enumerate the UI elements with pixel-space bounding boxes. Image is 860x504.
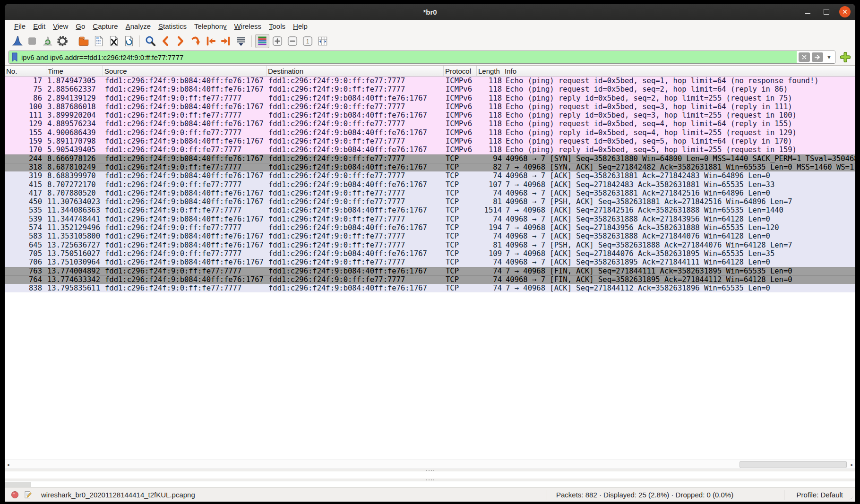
capture-options-button[interactable]	[55, 34, 69, 48]
column-header-src[interactable]: Source	[103, 66, 267, 76]
go-to-packet-button[interactable]	[189, 34, 203, 48]
packet-list-header: No.TimeSourceDestinationProtocolLengthIn…	[5, 66, 855, 77]
close-button[interactable]: ✕	[839, 6, 851, 17]
packet-row-535[interactable]: 53511.344086363fdd1:c296:f24f:9:0:ff:fe7…	[5, 206, 855, 214]
open-file-button[interactable]	[77, 34, 91, 48]
menu-edit[interactable]: Edit	[29, 22, 49, 30]
capture-comment-icon[interactable]	[24, 490, 32, 499]
cell-len: 74	[477, 215, 503, 223]
cell-time: 13.795835611	[46, 284, 103, 292]
packet-row-415[interactable]: 4158.707272170fdd1:c296:f24f:9:0:ff:fe77…	[5, 180, 855, 189]
cell-time: 4.900686439	[46, 128, 103, 137]
reload-file-button[interactable]	[122, 34, 136, 48]
colorize-button[interactable]	[255, 34, 269, 48]
resize-grip[interactable]: ⋰	[849, 496, 854, 501]
packet-row-706[interactable]: 70613.751030964fdd1:c296:f24f:9:b084:40f…	[5, 258, 855, 266]
restart-capture-button[interactable]	[40, 34, 54, 48]
menu-go[interactable]: Go	[72, 22, 89, 30]
save-file-button[interactable]	[92, 34, 106, 48]
packet-row-763[interactable]: 76313.774004892fdd1:c296:f24f:9:0:ff:fe7…	[5, 267, 855, 275]
cell-time: 8.688399970	[46, 171, 103, 180]
packet-row-75[interactable]: 752.885662337fdd1:c296:f24f:9:b084:40ff:…	[5, 85, 855, 94]
scroll-left-arrow[interactable]: ◂	[5, 460, 11, 469]
packet-row-111[interactable]: 1113.899920204fdd1:c296:f24f:9:0:ff:fe77…	[5, 111, 855, 120]
cell-proto: TCP	[444, 180, 477, 189]
column-header-len[interactable]: Length	[477, 66, 503, 76]
packet-row-86[interactable]: 862.894139129fdd1:c296:f24f:9:0:ff:fe77:…	[5, 94, 855, 103]
cell-no: 706	[5, 258, 46, 266]
scrollbar-thumb[interactable]	[740, 461, 847, 468]
cell-info: 40968 → 7 [FIN, ACK] Seq=3582631895 Ack=…	[503, 275, 855, 284]
display-filter-field[interactable]: ▼	[9, 51, 835, 64]
stop-capture-button[interactable]	[25, 34, 39, 48]
column-header-info[interactable]: Info	[503, 66, 855, 76]
auto-scroll-button[interactable]	[234, 34, 248, 48]
add-filter-button[interactable]	[839, 51, 851, 63]
packet-row-574[interactable]: 57411.352129496fdd1:c296:f24f:9:0:ff:fe7…	[5, 223, 855, 232]
cell-dst: fdd1:c296:f24f:9:0:ff:fe77:7777	[267, 85, 444, 94]
menu-wireless[interactable]: Wireless	[231, 22, 266, 30]
cell-no: 764	[5, 275, 46, 284]
menu-statistics[interactable]: Statistics	[155, 22, 190, 30]
packet-row-318[interactable]: 3188.687810249fdd1:c296:f24f:9:0:ff:fe77…	[5, 163, 855, 171]
menu-analyze[interactable]: Analyze	[122, 22, 155, 30]
expert-info-icon[interactable]	[10, 490, 19, 499]
cell-len: 107	[477, 180, 503, 189]
menu-help[interactable]: Help	[289, 22, 311, 30]
packet-row-705[interactable]: 70513.750516027fdd1:c296:f24f:9:0:ff:fe7…	[5, 249, 855, 258]
packet-row-159[interactable]: 1595.891170798fdd1:c296:f24f:9:b084:40ff…	[5, 137, 855, 145]
packet-row-17[interactable]: 171.874947305fdd1:c296:f24f:9:b084:40ff:…	[5, 77, 855, 85]
menu-tools[interactable]: Tools	[265, 22, 289, 30]
column-header-proto[interactable]: Protocol	[444, 66, 477, 76]
find-packet-button[interactable]	[143, 34, 157, 48]
normal-size-button[interactable]: 1	[301, 34, 315, 48]
filter-dropdown-caret[interactable]: ▼	[825, 54, 833, 60]
profile-label[interactable]: Profile: Default	[797, 491, 843, 499]
packet-row-838[interactable]: 83813.795835611fdd1:c296:f24f:9:0:ff:fe7…	[5, 284, 855, 292]
column-header-no[interactable]: No.	[5, 66, 46, 76]
zoom-in-button[interactable]	[270, 34, 284, 48]
packet-row-764[interactable]: 76413.774633342fdd1:c296:f24f:9:b084:40f…	[5, 275, 855, 284]
display-filter-input[interactable]	[21, 53, 797, 61]
cell-len: 74	[477, 232, 503, 240]
bookmark-icon[interactable]	[11, 52, 18, 62]
next-packet-button[interactable]	[173, 34, 188, 48]
packet-row-645[interactable]: 64513.725636727fdd1:c296:f24f:9:b084:40f…	[5, 241, 855, 249]
scroll-right-arrow[interactable]: ▸	[849, 460, 855, 469]
packet-row-155[interactable]: 1554.900686439fdd1:c296:f24f:9:0:ff:fe77…	[5, 128, 855, 137]
packet-row-100[interactable]: 1003.887686018fdd1:c296:f24f:9:b084:40ff…	[5, 103, 855, 111]
packet-row-319[interactable]: 3198.688399970fdd1:c296:f24f:9:b084:40ff…	[5, 171, 855, 180]
cell-len: 118	[477, 120, 503, 128]
close-file-button[interactable]	[107, 34, 121, 48]
auto-scroll-icon	[235, 35, 247, 47]
packet-row-450[interactable]: 45011.307634023fdd1:c296:f24f:9:b084:40f…	[5, 197, 855, 206]
packet-row-244[interactable]: 2448.666978126fdd1:c296:f24f:9:b084:40ff…	[5, 154, 855, 163]
first-packet-button[interactable]	[204, 34, 218, 48]
packet-row-583[interactable]: 58311.353105800fdd1:c296:f24f:9:b084:40f…	[5, 232, 855, 240]
packet-row-170[interactable]: 1705.905439405fdd1:c296:f24f:9:0:ff:fe77…	[5, 145, 855, 154]
maximize-button[interactable]	[820, 6, 833, 18]
minimize-button[interactable]	[801, 6, 814, 18]
start-capture-button[interactable]	[10, 34, 24, 48]
resize-columns-button[interactable]	[316, 34, 330, 48]
cell-time: 8.707880520	[46, 189, 103, 197]
cell-src: fdd1:c296:f24f:9:0:ff:fe77:7777	[103, 111, 267, 120]
menu-view[interactable]: View	[49, 22, 72, 30]
menu-telephony[interactable]: Telephony	[190, 22, 230, 30]
apply-filter-button[interactable]	[812, 52, 823, 62]
column-header-dst[interactable]: Destination	[267, 66, 444, 76]
horizontal-scrollbar[interactable]: ◂ ▸	[5, 460, 855, 469]
packet-row-417[interactable]: 4178.707880520fdd1:c296:f24f:9:b084:40ff…	[5, 189, 855, 197]
packet-row-129[interactable]: 1294.889576234fdd1:c296:f24f:9:b084:40ff…	[5, 120, 855, 128]
last-packet-button[interactable]	[219, 34, 233, 48]
previous-packet-button[interactable]	[158, 34, 172, 48]
packet-row-539[interactable]: 53911.344748441fdd1:c296:f24f:9:b084:40f…	[5, 215, 855, 223]
menu-capture[interactable]: Capture	[89, 22, 121, 30]
zoom-out-button[interactable]	[285, 34, 300, 48]
column-header-time[interactable]: Time	[46, 66, 103, 76]
title-bar[interactable]: *br0 ✕	[5, 4, 855, 20]
menu-file[interactable]: File	[10, 22, 29, 30]
clear-filter-button[interactable]	[799, 52, 810, 62]
cell-no: 838	[5, 284, 46, 292]
cell-len: 74	[477, 258, 503, 266]
